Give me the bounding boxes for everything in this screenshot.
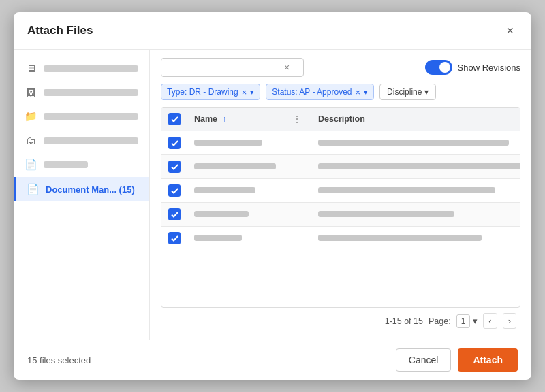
files-selected-count: 15 files selected [27,355,91,365]
image-icon: 🖼 [25,86,37,98]
table-body [161,131,520,250]
show-revisions-row: Show Revisions [425,60,521,75]
close-button[interactable]: × [502,23,518,38]
table-row [161,155,520,179]
row-checkbox[interactable] [168,137,181,149]
row-name-dots-cell [283,179,311,203]
row-name-cell [187,131,283,155]
row-name-dots-cell [283,227,311,250]
row-desc-bar [318,235,482,241]
sidebar-item-1[interactable]: 🖥 [14,56,149,80]
pagination-page-label: Page: [429,316,451,326]
row-name-dots-cell [283,155,311,179]
row-checkbox[interactable] [168,161,181,173]
row-desc-bar [318,163,520,169]
table-row [161,179,520,203]
row-checkbox-cell[interactable] [161,155,187,179]
row-checkbox[interactable] [168,208,181,220]
grid-icon: 🗂 [25,135,37,146]
status-filter-remove[interactable]: × [355,88,360,97]
monitor-icon: 🖥 [25,63,37,74]
search-input[interactable] [168,63,284,73]
sidebar-item-doc-man[interactable]: 📄 Document Man... (15) [14,177,149,201]
table-header-row: Name ↑ ⋮ Description ⋮ Type [161,108,520,131]
sidebar-bar-4 [44,137,138,144]
sidebar: 🖥 🖼 📁 🗂 📄 📄 Document Man [14,50,150,340]
file-table-container: Name ↑ ⋮ Description ⋮ Type [161,107,520,308]
row-name-bar [194,187,255,193]
row-checkbox-cell[interactable] [161,227,187,250]
row-desc-cell [311,155,520,179]
row-desc-cell [311,179,520,203]
search-clear-button[interactable]: × [284,62,290,73]
row-checkbox[interactable] [168,184,181,197]
row-desc-bar [318,187,495,193]
attach-button[interactable]: Attach [458,348,518,372]
row-desc-cell [311,227,520,250]
next-page-button[interactable]: › [503,313,516,329]
folder-icon: 📁 [25,110,37,122]
table-row [161,227,520,250]
discipline-label: Discipline [387,87,422,97]
header-name-dots: ⋮ [283,108,311,131]
modal-header: Attach Files × [14,12,531,50]
doc-icon: 📄 [25,159,37,171]
modal-body: 🖥 🖼 📁 🗂 📄 📄 Document Man [14,50,531,340]
sidebar-doc-man-label: Document Man... (15) [46,184,135,195]
status-filter-label: Status: AP - Approved [272,87,352,97]
filter-row: Type: DR - Drawing × ▾ Status: AP - Appr… [161,84,520,100]
sidebar-item-5[interactable]: 📄 [14,152,149,177]
sort-arrow-icon[interactable]: ↑ [223,114,227,124]
row-desc-cell [311,203,520,227]
row-name-dots-cell [283,131,311,155]
show-revisions-label: Show Revisions [458,63,521,73]
modal-footer: 15 files selected Cancel Attach [14,340,531,380]
page-dropdown-arrow[interactable]: ▾ [473,316,478,326]
footer-buttons: Cancel Attach [396,348,518,372]
select-all-checkbox[interactable] [168,113,181,125]
document-management-icon: 📄 [27,183,39,195]
type-filter-chip: Type: DR - Drawing × ▾ [161,84,260,100]
attach-files-modal: Attach Files × 🖥 🖼 📁 🗂 📄 [14,12,531,380]
header-description: Description [311,108,520,131]
row-desc-cell [311,131,520,155]
show-revisions-toggle[interactable] [425,60,452,75]
file-table: Name ↑ ⋮ Description ⋮ Type [161,108,520,250]
row-name-bar [194,235,242,241]
discipline-dropdown[interactable]: Discipline ▾ [379,84,436,100]
sidebar-item-3[interactable]: 📁 [14,104,149,129]
row-name-dots-cell [283,203,311,227]
row-name-bar [194,211,249,217]
cancel-button[interactable]: Cancel [396,348,452,372]
row-desc-bar [318,211,454,217]
type-filter-arrow[interactable]: ▾ [250,88,254,97]
row-checkbox[interactable] [168,232,181,244]
header-select-all[interactable] [161,108,187,131]
search-box[interactable]: × [161,58,304,77]
row-name-bar [194,140,262,146]
page-number[interactable]: 1 [456,314,471,328]
name-column-options[interactable]: ⋮ [290,114,305,125]
row-name-cell [187,155,283,179]
prev-page-button[interactable]: ‹ [483,313,497,329]
page-select[interactable]: 1 ▾ [456,314,478,328]
row-checkbox-cell[interactable] [161,203,187,227]
row-checkbox-cell[interactable] [161,179,187,203]
row-checkbox-cell[interactable] [161,131,187,155]
status-filter-chip: Status: AP - Approved × ▾ [266,84,374,100]
sidebar-bar-5 [44,161,88,168]
sidebar-bar-2 [44,89,138,96]
sidebar-bar-3 [44,113,138,120]
sidebar-item-4[interactable]: 🗂 [14,129,149,152]
type-filter-remove[interactable]: × [242,88,247,97]
status-filter-arrow[interactable]: ▾ [364,88,368,97]
row-name-bar [194,163,276,169]
sidebar-item-2[interactable]: 🖼 [14,80,149,104]
table-row [161,203,520,227]
type-filter-label: Type: DR - Drawing [167,87,238,97]
row-desc-bar [318,140,509,146]
modal-title: Attach Files [27,24,93,37]
table-row [161,131,520,155]
row-name-cell [187,203,283,227]
pagination-row: 1-15 of 15 Page: 1 ▾ ‹ › [161,308,520,331]
